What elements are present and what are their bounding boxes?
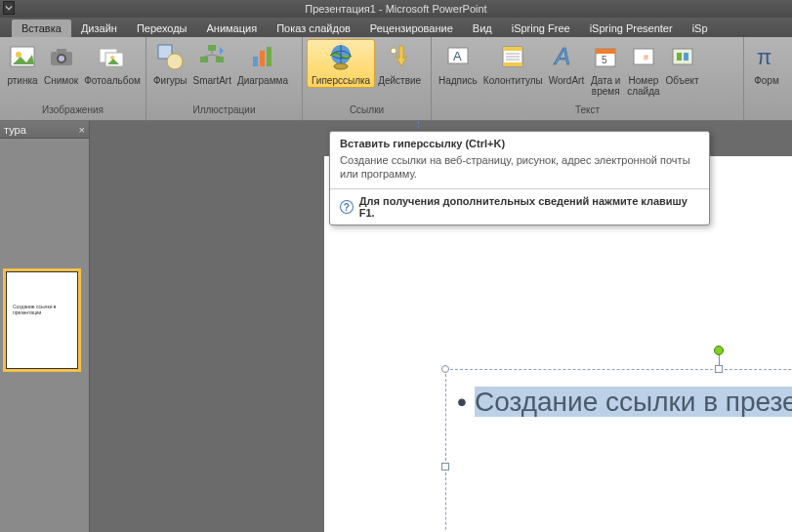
photoalbum-button[interactable]: Фотоальбом: [81, 39, 144, 88]
tab-animation[interactable]: Анимация: [196, 20, 267, 37]
datetime-label: Дата и время: [591, 75, 621, 97]
smartart-label: SmartArt: [192, 75, 230, 86]
slidenum-icon: #: [628, 41, 659, 72]
wordart-icon: A: [551, 41, 582, 72]
datetime-button[interactable]: 5Дата и время: [587, 39, 624, 99]
group-links: Гиперссылка Действие Ссылки: [303, 37, 432, 120]
action-icon: [384, 41, 415, 72]
svg-rect-13: [216, 57, 224, 62]
svg-point-19: [391, 48, 396, 54]
pi-icon: π: [751, 41, 782, 72]
tab-ispring-presenter[interactable]: iSpring Presenter: [580, 20, 683, 37]
tooltip-footer-text: Для получения дополнительных сведений на…: [359, 195, 699, 219]
svg-rect-34: [673, 49, 692, 64]
svg-rect-11: [208, 45, 216, 51]
slide-thumbnail[interactable]: Создание ссылки в презентации: [6, 271, 78, 369]
group-text-label: Текст: [432, 104, 743, 120]
tab-slideshow[interactable]: Показ слайдов: [267, 20, 360, 37]
action-button[interactable]: Действие: [375, 39, 424, 88]
svg-rect-24: [503, 62, 522, 66]
tab-ispring-free[interactable]: iSpring Free: [502, 20, 580, 37]
svg-point-18: [334, 63, 348, 69]
tab-design[interactable]: Дизайн: [71, 20, 127, 37]
hyperlink-button[interactable]: Гиперссылка: [307, 39, 375, 88]
textbox-button[interactable]: AНадпись: [436, 39, 480, 88]
slidenum-button[interactable]: #Номер слайда: [624, 39, 662, 99]
group-illustrations-label: Иллюстрации: [146, 104, 302, 120]
hyperlink-label: Гиперссылка: [312, 75, 370, 86]
svg-text:A: A: [453, 49, 462, 63]
title-bar: Презентация1 - Microsoft PowerPoint: [0, 0, 792, 18]
picture-icon: [7, 41, 38, 72]
shapes-button[interactable]: Фигуры: [150, 39, 189, 88]
chart-button[interactable]: Диаграмма: [234, 39, 291, 88]
resize-handle-tm[interactable]: [715, 365, 723, 373]
resize-handle-tl[interactable]: [441, 365, 449, 373]
pane-header: тура ×: [0, 121, 89, 139]
svg-rect-30: [596, 49, 615, 54]
equation-button[interactable]: πФорм: [748, 39, 785, 88]
svg-text:A: A: [553, 43, 570, 69]
svg-rect-16: [267, 47, 271, 66]
globe-link-icon: [325, 41, 356, 72]
svg-rect-36: [684, 53, 688, 61]
thumb-area[interactable]: Создание ссылки в презентации: [0, 139, 89, 532]
headerfooter-button[interactable]: Колонтитулы: [480, 39, 546, 88]
tooltip-footer: ? Для получения дополнительных сведений …: [330, 188, 709, 225]
wordart-label: WordArt: [549, 75, 585, 86]
datetime-icon: 5: [590, 41, 621, 72]
svg-point-1: [16, 52, 21, 58]
qat-dropdown-icon[interactable]: [3, 1, 15, 15]
bullet-text[interactable]: Создание ссылки в презентации: [475, 387, 792, 418]
close-pane-icon[interactable]: ×: [79, 124, 85, 136]
textbox-label: Надпись: [438, 75, 478, 86]
ribbon-tabs: Вставка Дизайн Переходы Анимация Показ с…: [0, 18, 792, 37]
picture-button[interactable]: ртинка: [4, 39, 41, 88]
window-title: Презентация1 - Microsoft PowerPoint: [305, 3, 486, 15]
svg-text:#: #: [644, 53, 648, 62]
tab-review[interactable]: Рецензирование: [360, 20, 463, 37]
info-icon: ?: [340, 200, 354, 214]
headerfooter-icon: [497, 41, 528, 72]
smartart-button[interactable]: SmartArt: [189, 39, 233, 88]
chart-icon: [247, 41, 278, 72]
tab-ispring-cut[interactable]: iSp: [683, 20, 718, 37]
photoalbum-label: Фотоальбом: [84, 75, 141, 86]
tab-transitions[interactable]: Переходы: [127, 20, 197, 37]
tooltip-title: Вставить гиперссылку (Ctrl+K): [330, 132, 709, 153]
group-images: ртинка Снимок Фотоальбом Изображения: [0, 37, 146, 120]
svg-point-5: [59, 56, 64, 61]
snapshot-button[interactable]: Снимок: [41, 39, 81, 88]
tooltip-body: Создание ссылки на веб-страницу, рисунок…: [330, 153, 709, 188]
pane-tab[interactable]: тура: [4, 124, 26, 136]
tab-insert[interactable]: Вставка: [12, 20, 71, 37]
equation-label: Форм: [754, 75, 779, 86]
svg-rect-12: [200, 57, 208, 62]
snapshot-label: Снимок: [44, 75, 78, 86]
slidenum-label: Номер слайда: [627, 75, 659, 97]
svg-text:5: 5: [602, 55, 607, 65]
svg-text:π: π: [757, 45, 771, 69]
object-button[interactable]: Объект: [663, 39, 702, 88]
hyperlink-tooltip: Вставить гиперссылку (Ctrl+K) Создание с…: [329, 131, 710, 225]
photoalbum-icon: [97, 41, 128, 72]
svg-rect-23: [503, 47, 522, 51]
headerfooter-label: Колонтитулы: [483, 75, 543, 86]
rotation-handle[interactable]: [714, 346, 724, 355]
smartart-icon: [196, 41, 228, 72]
content-placeholder[interactable]: Создание ссылки в презентации: [445, 369, 792, 532]
shapes-label: Фигуры: [153, 75, 187, 86]
slides-pane: тура × Создание ссылки в презентации: [0, 121, 90, 532]
action-label: Действие: [378, 75, 421, 86]
svg-point-10: [167, 54, 183, 69]
svg-rect-15: [260, 51, 265, 66]
svg-rect-14: [253, 57, 258, 66]
tab-view[interactable]: Вид: [463, 20, 502, 37]
group-images-label: Изображения: [0, 104, 146, 120]
wordart-button[interactable]: AWordArt: [546, 39, 588, 88]
resize-handle-ml[interactable]: [441, 463, 449, 471]
group-links-label: Ссылки: [303, 104, 431, 120]
thumb-text: Создание ссылки в презентации: [7, 272, 77, 315]
group-text: AНадпись Колонтитулы AWordArt 5Дата и вр…: [432, 37, 744, 120]
group-symbols: πФорм: [744, 37, 791, 120]
